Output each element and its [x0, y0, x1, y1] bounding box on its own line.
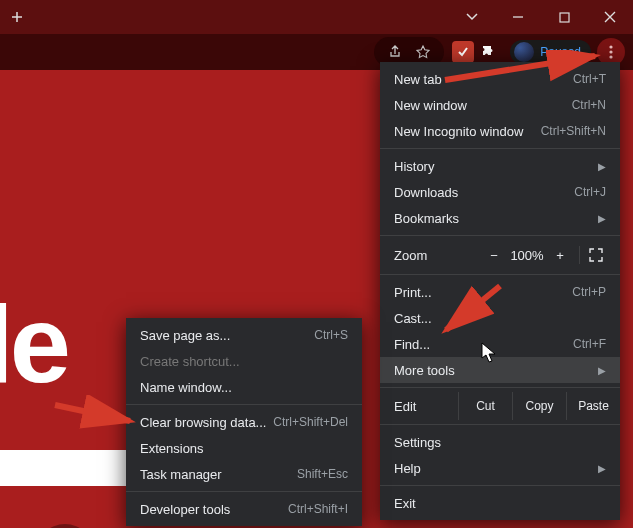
menu-shortcut: Ctrl+Shift+Del [273, 415, 348, 429]
menu-exit[interactable]: Exit [380, 490, 620, 516]
menu-label: Name window... [140, 380, 232, 395]
menu-print[interactable]: Print... Ctrl+P [380, 279, 620, 305]
menu-separator [380, 274, 620, 275]
svg-rect-0 [560, 13, 569, 22]
menu-label: Extensions [140, 441, 204, 456]
menu-separator [126, 491, 362, 492]
svg-point-1 [609, 45, 612, 48]
menu-label: New Incognito window [394, 124, 523, 139]
menu-more-tools[interactable]: More tools ▶ [380, 357, 620, 383]
submenu-developer-tools[interactable]: Developer tools Ctrl+Shift+I [126, 496, 362, 522]
submenu-arrow-icon: ▶ [598, 213, 606, 224]
zoom-label: Zoom [394, 248, 481, 263]
menu-downloads[interactable]: Downloads Ctrl+J [380, 179, 620, 205]
submenu-task-manager[interactable]: Task manager Shift+Esc [126, 461, 362, 487]
extensions-icon[interactable] [478, 41, 500, 63]
menu-bookmarks[interactable]: Bookmarks ▶ [380, 205, 620, 231]
zoom-value: 100% [507, 248, 547, 263]
menu-label: Developer tools [140, 502, 230, 517]
menu-new-window[interactable]: New window Ctrl+N [380, 92, 620, 118]
menu-shortcut: Ctrl+T [573, 72, 606, 86]
google-logo-fragment: gle [0, 280, 67, 407]
menu-shortcut: Ctrl+Shift+I [288, 502, 348, 516]
menu-separator [380, 148, 620, 149]
menu-shortcut: Ctrl+S [314, 328, 348, 342]
menu-label: New tab [394, 72, 442, 87]
window-titlebar [0, 0, 633, 34]
submenu-name-window[interactable]: Name window... [126, 374, 362, 400]
menu-separator [380, 485, 620, 486]
submenu-arrow-icon: ▶ [598, 463, 606, 474]
menu-label: Settings [394, 435, 441, 450]
more-tools-submenu: Save page as... Ctrl+S Create shortcut..… [126, 318, 362, 526]
submenu-save-page[interactable]: Save page as... Ctrl+S [126, 322, 362, 348]
minimize-button[interactable] [495, 0, 541, 34]
menu-label: Cast... [394, 311, 432, 326]
share-icon[interactable] [384, 41, 406, 63]
menu-new-tab[interactable]: New tab Ctrl+T [380, 66, 620, 92]
menu-shortcut: Shift+Esc [297, 467, 348, 481]
menu-label: More tools [394, 363, 455, 378]
menu-shortcut: Ctrl+F [573, 337, 606, 351]
menu-label: Create shortcut... [140, 354, 240, 369]
menu-label: Task manager [140, 467, 222, 482]
menu-new-incognito[interactable]: New Incognito window Ctrl+Shift+N [380, 118, 620, 144]
menu-label: Downloads [394, 185, 458, 200]
menu-label: Save page as... [140, 328, 230, 343]
menu-settings[interactable]: Settings [380, 429, 620, 455]
submenu-extensions[interactable]: Extensions [126, 435, 362, 461]
svg-point-3 [609, 55, 612, 58]
divider [579, 246, 580, 264]
menu-help[interactable]: Help ▶ [380, 455, 620, 481]
edit-label: Edit [394, 399, 458, 414]
avatar [514, 42, 534, 62]
submenu-arrow-icon: ▶ [598, 365, 606, 376]
submenu-create-shortcut: Create shortcut... [126, 348, 362, 374]
menu-cast[interactable]: Cast... [380, 305, 620, 331]
menu-shortcut: Ctrl+N [572, 98, 606, 112]
menu-label: New window [394, 98, 467, 113]
menu-history[interactable]: History ▶ [380, 153, 620, 179]
app-menu: New tab Ctrl+T New window Ctrl+N New Inc… [380, 62, 620, 520]
zoom-in-button[interactable]: + [547, 248, 573, 263]
bookmark-star-icon[interactable] [412, 41, 434, 63]
maximize-button[interactable] [541, 0, 587, 34]
menu-separator [380, 235, 620, 236]
menu-label: Clear browsing data... [140, 415, 266, 430]
profile-chip[interactable]: Paused [510, 40, 591, 64]
menu-edit-row: Edit Cut Copy Paste [380, 392, 620, 420]
menu-label: Exit [394, 496, 416, 511]
svg-point-2 [609, 50, 612, 53]
menu-shortcut: Ctrl+J [574, 185, 606, 199]
copy-button[interactable]: Copy [512, 392, 566, 420]
menu-separator [380, 387, 620, 388]
menu-separator [380, 424, 620, 425]
menu-label: Help [394, 461, 421, 476]
menu-find[interactable]: Find... Ctrl+F [380, 331, 620, 357]
cut-button[interactable]: Cut [458, 392, 512, 420]
extension-badge[interactable] [452, 41, 474, 63]
zoom-out-button[interactable]: − [481, 248, 507, 263]
menu-label: History [394, 159, 434, 174]
menu-label: Bookmarks [394, 211, 459, 226]
profile-status: Paused [540, 45, 581, 59]
menu-shortcut: Ctrl+P [572, 285, 606, 299]
tab-search-button[interactable] [449, 0, 495, 34]
menu-shortcut: Ctrl+Shift+N [541, 124, 606, 138]
submenu-arrow-icon: ▶ [598, 161, 606, 172]
menu-separator [126, 404, 362, 405]
fullscreen-icon[interactable] [586, 245, 606, 265]
new-tab-button[interactable] [0, 11, 34, 23]
paste-button[interactable]: Paste [566, 392, 620, 420]
submenu-clear-browsing-data[interactable]: Clear browsing data... Ctrl+Shift+Del [126, 409, 362, 435]
menu-label: Print... [394, 285, 432, 300]
close-button[interactable] [587, 0, 633, 34]
menu-label: Find... [394, 337, 430, 352]
menu-zoom-row: Zoom − 100% + [380, 240, 620, 270]
